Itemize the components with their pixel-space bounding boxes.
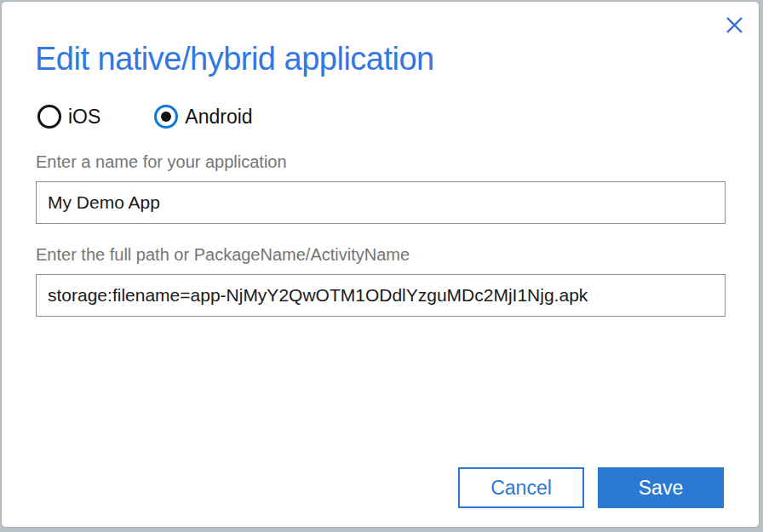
cancel-button[interactable]: Cancel xyxy=(458,467,584,508)
radio-dot xyxy=(161,112,171,122)
application-path-label: Enter the full path or PackageName/Activ… xyxy=(36,245,410,265)
application-path-input[interactable] xyxy=(36,274,726,317)
radio-option-android[interactable]: Android xyxy=(154,105,252,129)
android-radio-circle[interactable] xyxy=(154,105,178,129)
radio-option-ios[interactable]: iOS xyxy=(37,105,100,129)
close-button[interactable] xyxy=(720,10,749,39)
application-name-label: Enter a name for your application xyxy=(36,152,287,172)
save-button[interactable]: Save xyxy=(598,467,724,508)
close-icon xyxy=(726,16,743,34)
application-name-input[interactable] xyxy=(36,181,726,224)
dialog-title: Edit native/hybrid application xyxy=(35,41,434,77)
edit-application-dialog: Edit native/hybrid application iOS Andro… xyxy=(1,1,760,528)
ios-radio-label: iOS xyxy=(68,106,100,129)
android-radio-label: Android xyxy=(185,106,252,129)
ios-radio-circle[interactable] xyxy=(37,105,61,129)
platform-radio-group: iOS Android xyxy=(37,105,253,129)
